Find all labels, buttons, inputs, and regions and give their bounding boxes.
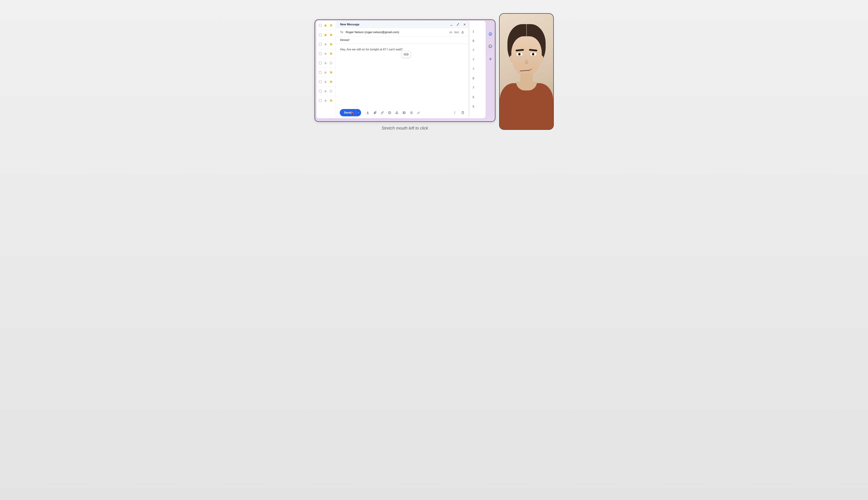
star-icon[interactable] bbox=[324, 33, 327, 37]
star-icon[interactable] bbox=[324, 61, 327, 65]
trash-icon[interactable] bbox=[461, 111, 465, 114]
svg-point-20 bbox=[455, 113, 455, 114]
bcc-button[interactable]: bcc bbox=[455, 31, 459, 34]
svg-rect-10 bbox=[462, 32, 464, 33]
format-text-icon[interactable] bbox=[366, 111, 369, 114]
cursor-icon bbox=[352, 113, 354, 116]
importance-icon[interactable] bbox=[329, 99, 333, 102]
voice-input-indicator[interactable] bbox=[401, 51, 411, 58]
attach-icon[interactable] bbox=[373, 111, 377, 114]
svg-point-12 bbox=[388, 112, 391, 114]
close-icon[interactable] bbox=[463, 23, 466, 26]
tasks-icon[interactable] bbox=[489, 32, 492, 36]
svg-marker-2 bbox=[330, 43, 332, 45]
star-icon[interactable] bbox=[324, 80, 327, 83]
checkbox[interactable] bbox=[319, 80, 322, 83]
svg-point-14 bbox=[390, 112, 390, 113]
compose-window: New Message To Roger Nelson (roger.nelso… bbox=[336, 21, 469, 118]
inbox-row[interactable] bbox=[317, 68, 336, 77]
to-label: To bbox=[340, 31, 343, 34]
right-rail bbox=[486, 20, 495, 121]
compose-footer: Send bbox=[336, 107, 468, 118]
star-icon[interactable] bbox=[324, 24, 327, 27]
send-options-button[interactable] bbox=[356, 109, 361, 116]
to-field[interactable]: To Roger Nelson (roger.nelson@gmail.com)… bbox=[336, 28, 468, 36]
inbox-row[interactable] bbox=[317, 77, 336, 86]
addons-icon[interactable] bbox=[489, 45, 492, 48]
mail-content: 1 8 7 7 7 8 7 5 5 New Message bbox=[317, 21, 486, 118]
importance-icon[interactable] bbox=[329, 80, 333, 83]
trail-char: 7 bbox=[472, 65, 475, 74]
add-icon[interactable] bbox=[489, 57, 492, 61]
svg-point-18 bbox=[455, 112, 455, 112]
subject-field[interactable]: Dinner! bbox=[336, 36, 468, 44]
svg-marker-3 bbox=[330, 53, 332, 55]
checkbox[interactable] bbox=[319, 43, 322, 46]
more-options-icon[interactable] bbox=[453, 111, 457, 114]
inbox-row[interactable] bbox=[317, 96, 336, 105]
svg-rect-9 bbox=[450, 25, 453, 25]
inbox-row[interactable] bbox=[317, 86, 336, 96]
minimize-icon[interactable] bbox=[450, 23, 453, 26]
svg-marker-0 bbox=[330, 24, 332, 26]
inbox-row[interactable] bbox=[317, 49, 336, 58]
drive-icon[interactable] bbox=[395, 111, 399, 114]
svg-point-13 bbox=[389, 112, 389, 113]
trail-char: 5 bbox=[472, 102, 475, 111]
importance-icon[interactable] bbox=[329, 89, 333, 93]
svg-marker-6 bbox=[330, 81, 332, 83]
send-label: Send bbox=[344, 111, 351, 114]
compose-body[interactable]: Hey, Are we still on for tonight at 6? I… bbox=[336, 44, 468, 107]
importance-icon[interactable] bbox=[329, 43, 333, 46]
face-camera-frame bbox=[499, 13, 554, 130]
link-icon[interactable] bbox=[380, 111, 384, 114]
star-icon[interactable] bbox=[324, 89, 327, 93]
gesture-caption: Stretch mouth left to click bbox=[308, 126, 502, 130]
importance-icon[interactable] bbox=[329, 52, 333, 55]
to-value: Roger Nelson (roger.nelson@gmail.com) bbox=[346, 31, 399, 34]
trail-char: 1 bbox=[472, 27, 475, 36]
star-icon[interactable] bbox=[324, 52, 327, 55]
inbox-row[interactable] bbox=[317, 21, 336, 30]
fullscreen-icon[interactable] bbox=[457, 23, 459, 26]
trail-char: 8 bbox=[472, 36, 475, 46]
svg-point-19 bbox=[455, 112, 455, 113]
importance-icon[interactable] bbox=[329, 71, 333, 74]
trail-char: 7 bbox=[472, 55, 475, 65]
emoji-icon[interactable] bbox=[388, 111, 391, 114]
star-icon[interactable] bbox=[324, 43, 327, 46]
confidential-icon[interactable] bbox=[410, 111, 413, 114]
checkbox[interactable] bbox=[319, 52, 322, 55]
checkbox[interactable] bbox=[319, 99, 322, 102]
user-face bbox=[500, 14, 553, 129]
body-text: Hey, Are we still on for tonight at 6? I… bbox=[340, 48, 402, 51]
send-button-group: Send bbox=[340, 109, 361, 116]
cc-button[interactable]: cc bbox=[449, 31, 453, 34]
svg-marker-5 bbox=[330, 71, 332, 73]
inbox-row[interactable] bbox=[317, 30, 336, 39]
pen-icon[interactable] bbox=[417, 111, 421, 114]
svg-marker-4 bbox=[330, 62, 332, 64]
inbox-row[interactable] bbox=[317, 58, 336, 68]
importance-icon[interactable] bbox=[329, 33, 333, 37]
lock-icon[interactable] bbox=[461, 31, 464, 34]
importance-icon[interactable] bbox=[329, 24, 333, 27]
send-button[interactable]: Send bbox=[340, 109, 356, 116]
inbox-row[interactable] bbox=[317, 39, 336, 49]
checkbox[interactable] bbox=[319, 34, 322, 36]
checkbox[interactable] bbox=[319, 61, 322, 65]
image-icon[interactable] bbox=[402, 111, 406, 114]
star-icon[interactable] bbox=[324, 71, 327, 74]
inbox-trail-column: 1 8 7 7 7 8 7 5 5 bbox=[472, 27, 475, 111]
checkbox[interactable] bbox=[319, 24, 322, 27]
trail-char: 7 bbox=[472, 46, 475, 55]
subject-value: Dinner! bbox=[340, 38, 350, 42]
star-icon[interactable] bbox=[324, 99, 327, 102]
checkbox[interactable] bbox=[319, 71, 322, 74]
trail-char: 7 bbox=[472, 83, 475, 92]
svg-marker-8 bbox=[330, 100, 332, 102]
importance-icon[interactable] bbox=[329, 61, 333, 65]
gmail-window: 1 8 7 7 7 8 7 5 5 New Message bbox=[315, 20, 495, 122]
trail-char: 5 bbox=[472, 92, 475, 102]
checkbox[interactable] bbox=[319, 90, 322, 92]
